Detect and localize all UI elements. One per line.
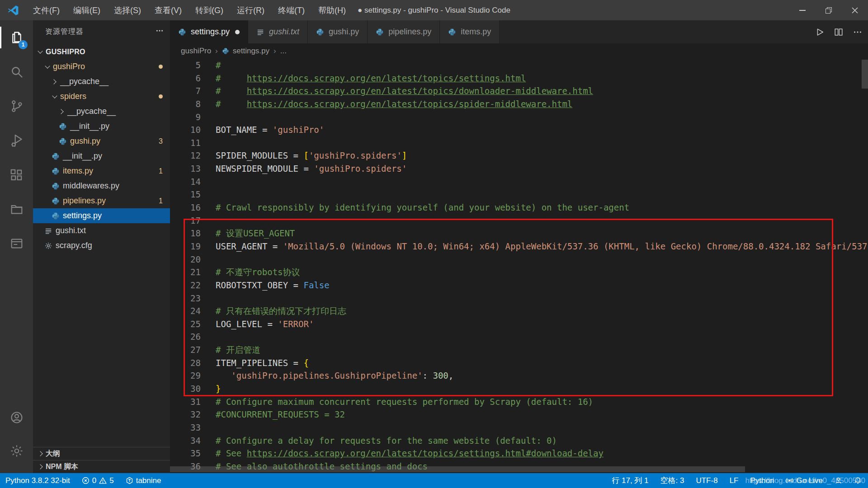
breadcrumb-separator-icon: ›	[215, 47, 218, 56]
activity-item-search[interactable]	[0, 55, 33, 89]
explorer-title: 资源管理器	[45, 27, 84, 37]
tree-item-__pycache__[interactable]: __pycache__	[33, 74, 170, 89]
tree-item-gushi.py[interactable]: gushi.py3	[33, 134, 170, 149]
search-icon	[9, 65, 24, 79]
code-line: ROBOTSTXT_OBEY = False	[216, 279, 868, 292]
menu-help[interactable]: 帮助(H)	[311, 0, 353, 20]
activity-item-account[interactable]	[0, 401, 33, 434]
menu-terminal[interactable]: 终端(T)	[271, 0, 311, 20]
code-line: # 只有在错误的情况下才打印日志	[216, 305, 868, 318]
menu-go[interactable]: 转到(G)	[189, 0, 230, 20]
tree-item-scrapy.cfg[interactable]: scrapy.cfg	[33, 238, 170, 253]
line-number: 29	[170, 369, 201, 382]
menu-edit[interactable]: 编辑(E)	[66, 0, 107, 20]
code-editor[interactable]: 5678910111213141516171819202122232425262…	[170, 59, 868, 473]
line-number: 14	[170, 175, 201, 188]
split-editor-button[interactable]	[834, 27, 844, 37]
breadcrumb-item-...[interactable]: ...	[280, 47, 287, 56]
line-number: 18	[170, 227, 201, 240]
tab-settings.py[interactable]: settings.py	[170, 20, 248, 43]
tree-item-label: __pycache__	[60, 77, 108, 86]
person-icon	[835, 477, 842, 484]
tab-gushi.py[interactable]: gushi.py	[308, 20, 368, 43]
activity-item-explorer[interactable]: 1	[0, 20, 33, 55]
status-cursor-position[interactable]: 行 17, 列 1	[612, 475, 648, 486]
menu-view[interactable]: 查看(V)	[148, 0, 189, 20]
tree-item-items.py[interactable]: items.py1	[33, 164, 170, 178]
breadcrumb-item-gushiPro[interactable]: gushiPro	[181, 47, 211, 56]
tree-item-label: GUSHIPRO	[46, 48, 85, 56]
run-file-button[interactable]	[815, 27, 825, 37]
status-label: LF	[730, 476, 739, 485]
code-line: #	[216, 59, 868, 72]
status-label: Python	[750, 476, 774, 485]
tree-item-gushiPro[interactable]: gushiPro	[33, 59, 170, 74]
tree-item-pipelines.py[interactable]: pipelines.py1	[33, 193, 170, 208]
activity-item-settings[interactable]	[0, 434, 33, 468]
menu-selection[interactable]: 选择(S)	[107, 0, 148, 20]
tab-label: settings.py	[191, 27, 230, 37]
close-button[interactable]	[842, 0, 868, 20]
tree-item-settings.py[interactable]: settings.py	[33, 208, 170, 223]
tree-item-__pycache__[interactable]: __pycache__	[33, 104, 170, 119]
status-problems[interactable]: 05	[82, 476, 114, 485]
status-tabnine[interactable]: tabnine	[126, 476, 161, 485]
ellipsis-icon	[156, 27, 164, 35]
minimize-button[interactable]	[789, 0, 816, 20]
bell-icon	[854, 477, 862, 484]
code-line	[216, 330, 868, 343]
status-language-mode[interactable]: Python	[750, 476, 774, 485]
status-go-live[interactable]: Go Live	[786, 476, 823, 485]
code-line: 'gushiPro.pipelines.GushiproPipeline': 3…	[216, 369, 868, 382]
status-python-interpreter[interactable]: Python 3.8.2 32-bit	[5, 476, 70, 485]
breadcrumb-item-settings.py[interactable]: settings.py	[222, 47, 269, 56]
tree-item-middlewares.py[interactable]: middlewares.py	[33, 178, 170, 193]
line-number: 33	[170, 421, 201, 434]
menu-file[interactable]: 文件(F)	[26, 0, 66, 20]
editor-actions	[815, 20, 863, 43]
tree-item-GUSHIPRO[interactable]: GUSHIPRO	[33, 44, 170, 59]
status-indentation[interactable]: 空格: 3	[660, 475, 684, 486]
tab-items.py[interactable]: items.py	[440, 20, 500, 43]
window-title: ● settings.py - gushiPro - Visual Studio…	[358, 6, 510, 15]
status-encoding[interactable]: UTF-8	[696, 476, 717, 485]
activity-item-source-control[interactable]	[0, 89, 33, 123]
minimize-icon	[799, 10, 806, 11]
activity-item-live-preview[interactable]	[0, 226, 33, 261]
status-bar-right: https://blog.csdn.net/m0_46500590 行 17, …	[612, 475, 868, 486]
modified-dot-badge	[159, 65, 163, 69]
vertical-scrollbar[interactable]	[862, 60, 868, 89]
tree-item-label: settings.py	[63, 211, 102, 221]
activity-bar: 1	[0, 20, 33, 473]
change-count-badge: 3	[159, 137, 163, 145]
code-line: SPIDER_MODULES = ['gushiPro.spiders']	[216, 149, 868, 162]
vscode-logo-icon	[7, 5, 19, 16]
tree-item-__init__.py[interactable]: __init__.py	[33, 119, 170, 134]
status-notifications[interactable]	[854, 477, 862, 484]
more-editor-actions-button[interactable]	[853, 27, 863, 37]
tree-item-spiders[interactable]: spiders	[33, 89, 170, 104]
section-大纲[interactable]: 大纲	[33, 447, 170, 460]
tab-gushi.txt[interactable]: gushi.txt	[248, 20, 308, 43]
horizontal-scrollbar[interactable]	[170, 466, 745, 472]
activity-item-extensions[interactable]	[0, 158, 33, 192]
line-number: 5	[170, 59, 201, 72]
code-line: # https://docs.scrapy.org/en/latest/topi…	[216, 98, 868, 111]
activity-item-run-and-debug[interactable]	[0, 123, 33, 158]
restore-button[interactable]	[816, 0, 842, 20]
tree-item-label: __pycache__	[67, 107, 116, 116]
status-eol[interactable]: LF	[730, 476, 739, 485]
line-number: 34	[170, 434, 201, 447]
tree-item-gushi.txt[interactable]: gushi.txt	[33, 223, 170, 238]
code-line	[216, 111, 868, 124]
status-account-status[interactable]	[835, 477, 842, 484]
more-actions-button[interactable]	[156, 27, 164, 37]
tab-pipelines.py[interactable]: pipelines.py	[368, 20, 440, 43]
code-line	[216, 292, 868, 305]
code-line: NEWSPIDER_MODULE = 'gushiPro.spiders'	[216, 162, 868, 175]
tree-item-__init__.py[interactable]: __init__.py	[33, 149, 170, 164]
activity-item-folder-explorer[interactable]	[0, 192, 33, 226]
section-NPM 脚本[interactable]: NPM 脚本	[33, 460, 170, 473]
menu-run[interactable]: 运行(R)	[230, 0, 271, 20]
chevron-down-icon	[37, 48, 44, 56]
